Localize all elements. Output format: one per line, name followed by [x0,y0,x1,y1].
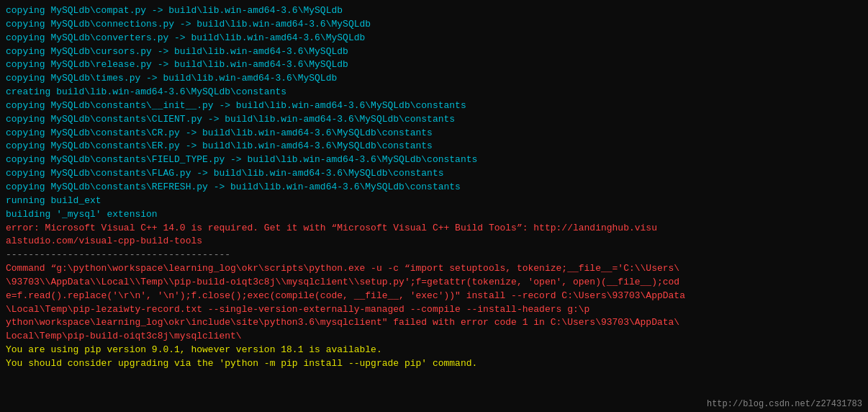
terminal-line: \93703\\AppData\\Local\\Temp\\pip-build-… [6,276,862,290]
terminal-line: copying MySQLdb\times.py -> build\lib.wi… [6,72,862,86]
terminal-line: alstudio.com/visual-cpp-build-tools [6,235,862,248]
terminal-line: copying MySQLdb\release.py -> build\lib.… [6,58,862,72]
watermark: http://blog.csdn.net/z27431783 [707,399,862,409]
terminal-window: copying MySQLdb\compat.py -> build\lib.w… [0,0,868,412]
terminal-line: copying MySQLdb\compat.py -> build\lib.w… [6,4,862,18]
terminal-line: ---------------------------------------- [6,248,862,262]
terminal-line: error: Microsoft Visual C++ 14.0 is requ… [6,222,862,236]
terminal-line: copying MySQLdb\constants\CR.py -> build… [6,127,862,140]
terminal-line: copying MySQLdb\constants\FLAG.py -> bui… [6,167,862,181]
terminal-line: You should consider upgrading via the 'p… [6,357,862,371]
terminal-line: \Local\Temp\pip-lezaiwty-record.txt --si… [6,303,862,317]
terminal-line: running build_ext [6,194,862,208]
terminal-line: copying MySQLdb\constants\CLIENT.py -> b… [6,113,862,127]
terminal-line: building '_mysql' extension [6,208,862,222]
terminal-line: copying MySQLdb\constants\FIELD_TYPE.py … [6,153,862,167]
terminal-line: Local\Temp\pip-build-oiqt3c8j\mysqlclien… [6,330,862,344]
terminal-line: copying MySQLdb\constants\ER.py -> build… [6,140,862,153]
terminal-line: e=f.read().replace('\r\n', '\n');f.close… [6,290,862,303]
terminal-line: copying MySQLdb\constants\REFRESH.py -> … [6,181,862,194]
terminal-line: ython\workspace\learning_log\okr\include… [6,316,862,330]
terminal-line: copying MySQLdb\connections.py -> build\… [6,18,862,32]
terminal-line: copying MySQLdb\converters.py -> build\l… [6,32,862,45]
terminal-line: Command “g:\python\workspace\learning_lo… [6,262,862,276]
terminal-line: copying MySQLdb\constants\__init__.py ->… [6,99,862,113]
terminal-line: You are using pip version 9.0.1, however… [6,344,862,357]
terminal-line: copying MySQLdb\cursors.py -> build\lib.… [6,45,862,59]
terminal-line: creating build\lib.win-amd64-3.6\MySQLdb… [6,86,862,99]
